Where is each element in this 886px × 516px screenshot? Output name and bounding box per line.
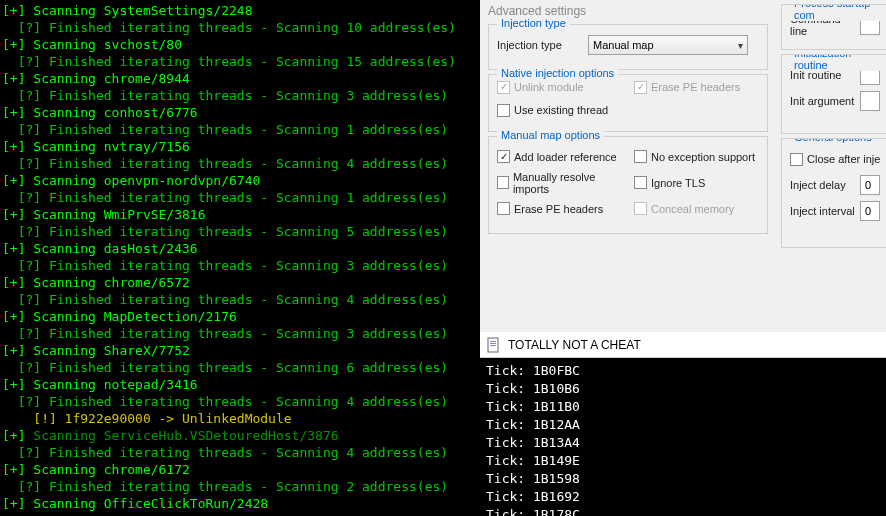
use-existing-thread-checkbox[interactable]: Use existing thread — [497, 104, 608, 117]
inject-delay-input[interactable] — [860, 175, 880, 195]
startup-legend: Process startup com — [790, 4, 886, 21]
startup-group: Process startup com Command line — [781, 4, 886, 50]
injection-legend: Injection type — [497, 17, 570, 29]
conceal-memory-checkbox: Conceal memory — [634, 202, 734, 215]
svg-rect-2 — [490, 343, 496, 344]
svg-rect-3 — [490, 345, 496, 346]
general-legend: General options — [790, 138, 876, 143]
right-column: Process startup com Command line Initial… — [781, 0, 886, 332]
init-group: Initialization routine Init routine Init… — [781, 54, 886, 134]
ignore-tls-checkbox[interactable]: Ignore TLS — [634, 176, 705, 189]
general-group: General options Close after inje Inject … — [781, 138, 886, 248]
advanced-settings-panel: Advanced settings Injection type Injecti… — [480, 0, 886, 332]
svg-rect-1 — [490, 341, 496, 342]
resolve-imports-checkbox[interactable]: Manually resolve imports — [497, 171, 622, 195]
init-arg-label: Init argument — [790, 95, 860, 107]
erase-pe-checkbox[interactable]: Erase PE headers — [497, 202, 603, 215]
manual-map-group: Manual map options Add loader reference … — [488, 136, 768, 234]
init-arg-input[interactable] — [860, 91, 880, 111]
unlink-module-checkbox: Unlink module — [497, 81, 584, 94]
manual-legend: Manual map options — [497, 129, 604, 141]
tick-title-text: TOTALLY NOT A CHEAT — [508, 338, 641, 352]
injection-type-combo[interactable]: Manual map — [588, 35, 748, 55]
no-exception-checkbox[interactable]: No exception support — [634, 150, 755, 163]
inject-interval-label: Inject interval — [790, 205, 860, 217]
injection-type-value: Manual map — [593, 39, 654, 51]
native-legend: Native injection options — [497, 67, 618, 79]
erase-pe-headers-checkbox: Erase PE headers — [634, 81, 740, 94]
add-loader-checkbox[interactable]: Add loader reference — [497, 150, 617, 163]
tick-list: Tick: 1B0FBCTick: 1B10B6Tick: 1B11B0Tick… — [480, 358, 886, 516]
document-icon — [486, 337, 502, 353]
tick-window: TOTALLY NOT A CHEAT Tick: 1B0FBCTick: 1B… — [480, 332, 886, 516]
injection-type-label: Injection type — [497, 39, 582, 51]
inject-delay-label: Inject delay — [790, 179, 860, 191]
inject-interval-input[interactable] — [860, 201, 880, 221]
native-options-group: Native injection options Unlink module E… — [488, 74, 768, 132]
init-legend: Initialization routine — [790, 54, 886, 71]
close-after-checkbox[interactable]: Close after inje — [790, 153, 880, 166]
injection-type-group: Injection type Injection type Manual map — [488, 24, 768, 70]
scanner-console: [+] Scanning SystemSettings/2248 [?] Fin… — [0, 0, 480, 516]
tick-titlebar: TOTALLY NOT A CHEAT — [480, 332, 886, 358]
